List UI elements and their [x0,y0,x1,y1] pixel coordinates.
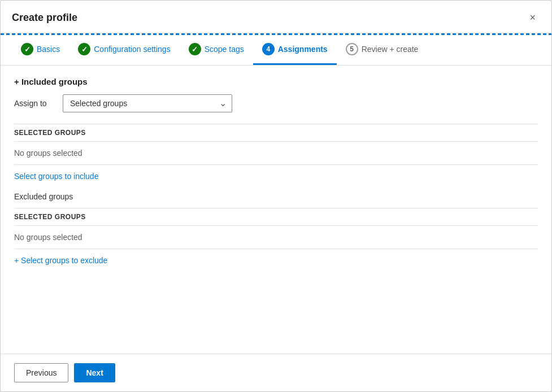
assign-to-select-wrapper[interactable]: Selected groups All users All devices [63,94,232,112]
excluded-groups-col-header: SELECTED GROUPS [14,208,538,226]
tab-step-configuration: ✓ [78,43,90,55]
select-groups-exclude-link[interactable]: + Select groups to exclude [14,256,107,265]
tab-step-basics: ✓ [21,43,33,55]
tab-basics[interactable]: ✓ Basics [12,35,69,65]
included-groups-header: + Included groups [14,77,538,86]
included-groups-empty-row: No groups selected [14,142,538,165]
assign-to-select[interactable]: Selected groups All users All devices [63,94,232,112]
tab-scope-tags[interactable]: ✓ Scope tags [180,35,253,65]
select-groups-include-link[interactable]: Select groups to include [14,172,98,181]
tab-label-scope: Scope tags [205,45,244,54]
tab-step-scope: ✓ [189,43,201,55]
close-button[interactable]: × [525,10,540,26]
tab-configuration-settings[interactable]: ✓ Configuration settings [69,35,179,65]
included-groups-table: SELECTED GROUPS No groups selected [14,124,538,165]
tab-step-review: 5 [346,43,358,55]
wizard-tabs: ✓ Basics ✓ Configuration settings ✓ Scop… [1,35,551,66]
excluded-groups-table: SELECTED GROUPS No groups selected [14,208,538,249]
assign-to-label: Assign to [14,99,54,108]
next-button[interactable]: Next [74,363,115,382]
assign-to-row: Assign to Selected groups All users All … [14,94,538,112]
dialog-header: Create profile × [1,1,551,33]
excluded-groups-empty-row: No groups selected [14,226,538,249]
create-profile-dialog: Create profile × ✓ Basics ✓ Configuratio… [0,0,552,392]
tab-label-configuration: Configuration settings [94,45,170,54]
dialog-title: Create profile [12,12,77,24]
included-groups-col-header: SELECTED GROUPS [14,124,538,142]
tab-label-basics: Basics [37,45,60,54]
tab-label-assignments: Assignments [278,45,328,54]
tab-assignments[interactable]: 4 Assignments [253,35,337,65]
tab-step-assignments: 4 [262,43,275,55]
tab-review-create: 5 Review + create [337,35,428,65]
dialog-body: + Included groups Assign to Selected gro… [1,66,551,354]
dialog-footer: Previous Next [1,354,551,391]
excluded-groups-label: Excluded groups [14,192,538,201]
tab-label-review: Review + create [362,45,419,54]
previous-button[interactable]: Previous [14,363,68,382]
